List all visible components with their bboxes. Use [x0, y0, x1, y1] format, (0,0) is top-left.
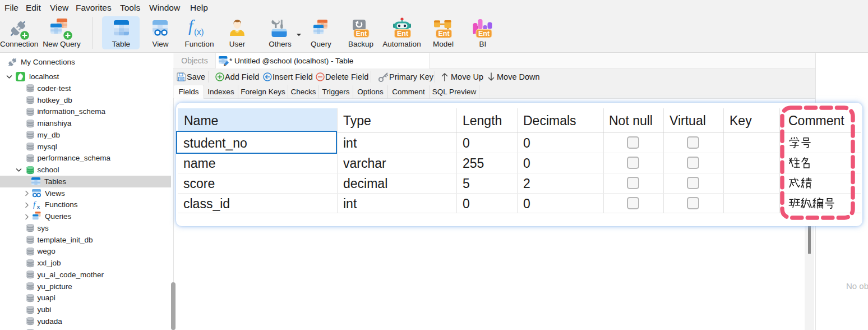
- svg-text:x: x: [37, 204, 40, 209]
- svg-text:Ent: Ent: [356, 30, 367, 38]
- svg-text:(x): (x): [194, 27, 204, 36]
- svg-text:Ent: Ent: [478, 30, 490, 38]
- svg-text:f: f: [33, 200, 36, 209]
- svg-text:Ent: Ent: [397, 30, 409, 38]
- svg-text:Ent: Ent: [438, 30, 450, 38]
